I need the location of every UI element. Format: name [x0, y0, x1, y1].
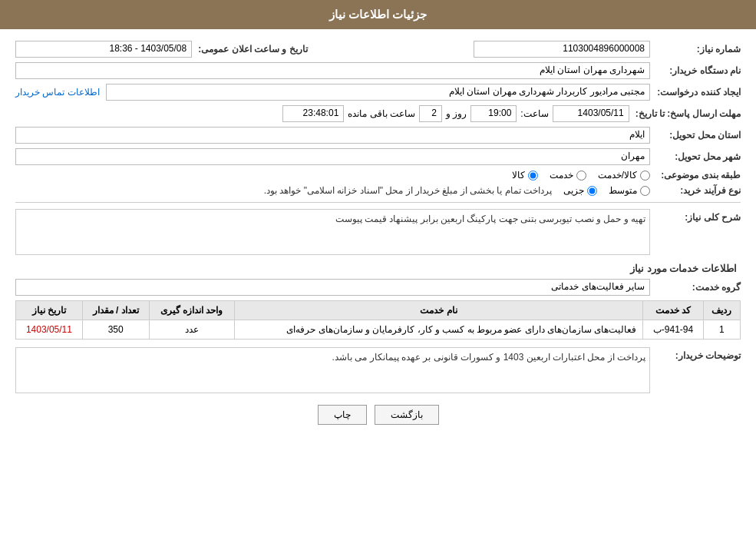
divider-1	[15, 202, 741, 203]
buyer-notes-textarea[interactable]: پرداخت از محل اعتبارات اربعین 1403 و کسو…	[15, 347, 650, 393]
purchase-note: پرداخت تمام یا بخشی از مبلغ خریدار از مح…	[264, 185, 552, 196]
need-number-row: شماره نیاز: 1103004896000008 تاریخ و ساع…	[15, 41, 741, 58]
buyer-notes-row: توضیحات خریدار: پرداخت از محل اعتبارات ا…	[15, 347, 741, 393]
creator-value: مجتبی مرادیور کاربردار شهرداری مهران است…	[106, 84, 650, 101]
page-title: جزئیات اطلاعات نیاز	[329, 8, 427, 21]
col-header-name: نام خدمت	[234, 301, 643, 320]
col-header-code: کد خدمت	[643, 301, 703, 320]
table-row: 1941-94-بفعالیت‌های سازمان‌های دارای عضو…	[16, 320, 741, 340]
deadline-remaining: 23:48:01	[282, 105, 344, 122]
col-header-qty: تعداد / مقدار	[82, 301, 149, 320]
city-row: شهر محل تحویل: مهران	[15, 148, 741, 165]
deadline-date: 1403/05/11	[553, 105, 629, 122]
table-cell: عدد	[149, 320, 234, 340]
deadline-remaining-label: ساعت باقی مانده	[348, 108, 415, 119]
service-group-row: گروه خدمت: سایر فعالیت‌های خدماتی	[15, 279, 741, 296]
deadline-time: 19:00	[470, 105, 517, 122]
city-label: شهر محل تحویل:	[656, 151, 741, 162]
services-section-title: اطلاعات خدمات مورد نیاز	[15, 263, 741, 274]
deadline-label: مهلت ارسال پاسخ: تا تاریخ:	[636, 108, 741, 119]
services-table: ردیف کد خدمت نام خدمت واحد اندازه گیری ت…	[15, 300, 741, 340]
province-value: ایلام	[15, 127, 650, 144]
deadline-days: 2	[419, 105, 442, 122]
category-option-kala[interactable]: کالا	[512, 170, 538, 181]
deadline-days-label: روز و	[446, 108, 467, 119]
purchase-option-jozi[interactable]: جزیی	[563, 185, 597, 196]
announce-date-value: 1403/05/08 - 18:36	[15, 41, 192, 58]
service-group-value: سایر فعالیت‌های خدماتی	[15, 279, 650, 296]
purchase-option-motawaset[interactable]: متوسط	[609, 185, 650, 196]
button-row: بازگشت چاپ	[15, 405, 741, 425]
city-value: مهران	[15, 148, 650, 165]
purchase-type-label: نوع فرآیند خرید:	[656, 185, 741, 196]
need-number-value: 1103004896000008	[474, 41, 650, 58]
creator-link[interactable]: اطلاعات تماس خریدار	[15, 87, 100, 98]
announce-date-label: تاریخ و ساعت اعلان عمومی:	[198, 44, 307, 55]
need-description-row: شرح کلی نیاز: تهیه و حمل و نصب تیوبرسی ب…	[15, 209, 741, 255]
deadline-row: مهلت ارسال پاسخ: تا تاریخ: 1403/05/11 سا…	[15, 105, 741, 122]
col-header-unit: واحد اندازه گیری	[149, 301, 234, 320]
need-description-label: شرح کلی نیاز:	[656, 209, 741, 223]
purchase-type-radio-group: متوسط جزیی	[563, 185, 650, 196]
need-description-textarea[interactable]: تهیه و حمل و نصب تیوبرسی بتنی جهت پارکین…	[15, 209, 650, 255]
category-label: طبقه بندی موضوعی:	[656, 170, 741, 181]
need-number-label: شماره نیاز:	[656, 44, 741, 55]
province-label: استان محل تحویل:	[656, 130, 741, 141]
buyer-org-label: نام دستگاه خریدار:	[656, 65, 741, 76]
deadline-time-label: ساعت:	[520, 108, 548, 119]
category-row: طبقه بندی موضوعی: کالا/خدمت خدمت کالا	[15, 170, 741, 181]
purchase-type-row: نوع فرآیند خرید: متوسط جزیی پرداخت تمام …	[15, 185, 741, 196]
province-row: استان محل تحویل: ایلام	[15, 127, 741, 144]
creator-label: ایجاد کننده درخواست:	[656, 87, 741, 98]
page-header: جزئیات اطلاعات نیاز	[0, 0, 756, 29]
content-area: شماره نیاز: 1103004896000008 تاریخ و ساع…	[0, 29, 756, 448]
table-cell: 1403/05/11	[16, 320, 83, 340]
page-wrapper: جزئیات اطلاعات نیاز شماره نیاز: 11030048…	[0, 0, 756, 540]
table-cell: فعالیت‌های سازمان‌های دارای عضو مربوط به…	[234, 320, 643, 340]
buyer-org-value: شهرداری مهران استان ایلام	[15, 62, 650, 79]
col-header-row: ردیف	[703, 301, 740, 320]
buyer-org-row: نام دستگاه خریدار: شهرداری مهران استان ا…	[15, 62, 741, 79]
buyer-notes-label: توضیحات خریدار:	[656, 347, 741, 361]
table-cell: 941-94-ب	[643, 320, 703, 340]
category-option-khadamat[interactable]: خدمت	[550, 170, 586, 181]
category-radio-group: کالا/خدمت خدمت کالا	[512, 170, 650, 181]
back-button[interactable]: بازگشت	[375, 405, 439, 425]
col-header-date: تاریخ نیاز	[16, 301, 83, 320]
service-group-label: گروه خدمت:	[656, 282, 741, 293]
table-cell: 1	[703, 320, 740, 340]
print-button[interactable]: چاپ	[318, 405, 367, 425]
creator-row: ایجاد کننده درخواست: مجتبی مرادیور کاربر…	[15, 84, 741, 101]
category-option-kala-khadamat[interactable]: کالا/خدمت	[598, 170, 650, 181]
table-cell: 350	[82, 320, 149, 340]
